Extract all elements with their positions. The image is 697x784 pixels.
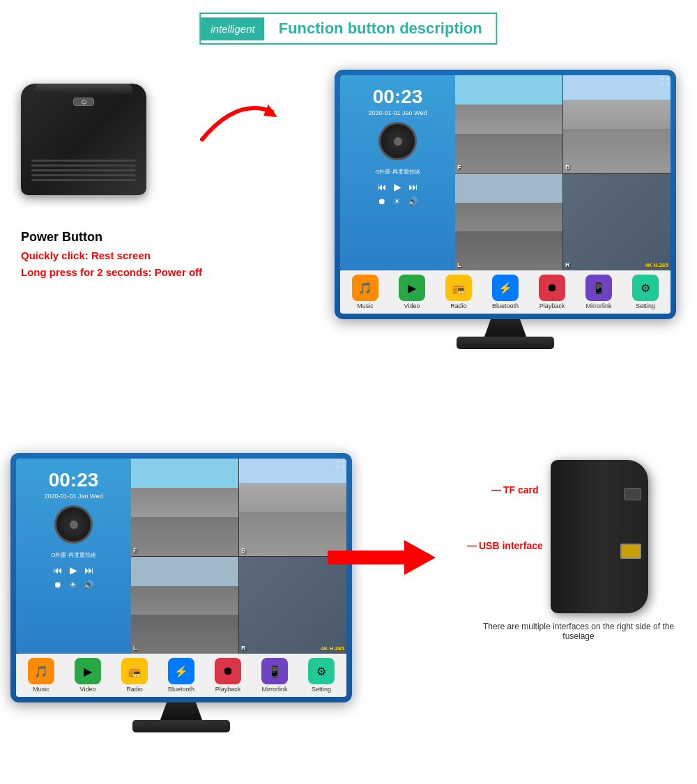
prev-btn-top[interactable]: ⏮ (377, 181, 387, 192)
play-btn-top[interactable]: ▶ (394, 181, 401, 192)
usb-slot (620, 544, 641, 559)
brightness-btn-bottom[interactable]: ☀ (69, 580, 77, 590)
next-btn-bottom[interactable]: ⏭ (84, 564, 94, 576)
app-icon-bluetooth-bottom[interactable]: ⚡ Bluetooth (162, 658, 201, 693)
app-icon-bluetooth-top[interactable]: ⚡ Bluetooth (487, 275, 525, 309)
screen-cameras-top: F B ⛶ L R 4K H.265 (455, 75, 671, 270)
mirrorlink-label-bottom: Mirrorlink (262, 686, 288, 693)
cam-label-L-top: L (457, 261, 461, 268)
app-icons-row-top: 🎵 Music ▶ Video 📻 Radio ⚡ Bluetooth ⏺ (340, 270, 671, 314)
app-icon-video-bottom[interactable]: ▶ Video (69, 658, 107, 693)
header-title: Function button description (265, 14, 496, 43)
monitor-frame-bottom: 00:23 2020-01-01 Jan Wed O外露·再度重拍迷 ⏮ ▶ ⏭… (10, 453, 352, 702)
vent-1 (31, 160, 136, 162)
red-arrow-bottom (328, 537, 439, 578)
radio-label-top: Radio (450, 302, 467, 309)
mirrorlink-icon-bottom: 📱 (261, 658, 288, 684)
cam-label-R-top: R (565, 261, 570, 268)
video-icon-bottom: ▶ (75, 658, 101, 684)
vent-5 (31, 179, 136, 181)
app-icon-setting-top[interactable]: ⚙ Setting (627, 275, 665, 309)
vent-3 (31, 169, 136, 171)
camera-feed-L-top: L (455, 174, 562, 271)
app-icon-playback-bottom[interactable]: ⏺ Playback (209, 658, 247, 693)
cam-label-F-top: F (457, 164, 461, 171)
screen-left-panel-top: 00:23 2020-01-01 Jan Wed O外露·再度重拍迷 ⏮ ▶ ⏭… (340, 75, 455, 270)
power-device-image (21, 84, 160, 223)
radio-icon-top: 📻 (445, 275, 472, 301)
device-body (21, 84, 146, 195)
volume-btn-top[interactable]: 🔊 (408, 197, 418, 206)
camera-feed-R-top: R 4K H.265 (563, 174, 671, 271)
header-banner: intelligent Function button description (199, 13, 497, 45)
camera-feed-B-top: B ⛶ (563, 75, 671, 173)
cam-label-L-bottom: L (133, 645, 137, 652)
app-icon-music-top[interactable]: 🎵 Music (346, 275, 385, 309)
cam-4k-bottom: 4K H.265 (321, 645, 344, 652)
cam-label-B-bottom: B (241, 547, 246, 554)
app-icon-music-bottom[interactable]: 🎵 Music (22, 658, 61, 693)
expand-icon-bottom: ⛶ (337, 461, 344, 468)
prev-btn-bottom[interactable]: ⏮ (53, 564, 63, 576)
radio-icon-bottom: 📻 (121, 658, 148, 684)
app-icon-radio-bottom[interactable]: 📻 Radio (116, 658, 154, 693)
top-section: Power Button Quickly click: Rest screen … (0, 63, 697, 432)
camera-feed-F-top: F (455, 75, 562, 173)
video-label-top: Video (404, 302, 420, 309)
volume-btn-bottom[interactable]: 🔊 (84, 580, 94, 590)
bottom-controls-top: ⏺ ☀ 🔊 (378, 197, 418, 206)
setting-icon-top: ⚙ (632, 275, 659, 301)
app-icons-row-bottom: 🎵 Music ▶ Video 📻 Radio ⚡ Bluetooth ⏺ (16, 654, 346, 697)
monitor-stand-bottom (10, 702, 352, 732)
date-display-top: 2020-01-01 Jan Wed (369, 109, 427, 116)
album-art-top (378, 122, 417, 160)
playback-label-top: Playback (539, 302, 565, 309)
power-desc-quick: Quickly click: Rest screen (21, 249, 151, 261)
usb-interface-label: USB interface (467, 540, 543, 551)
time-display-top: 00:23 (373, 86, 423, 108)
cam-label-R-bottom: R (241, 645, 246, 652)
stand-neck-top (484, 319, 526, 337)
screen-left-panel-bottom: 00:23 2020-01-01 Jan Wed O外露·再度重拍迷 ⏮ ▶ ⏭… (16, 459, 131, 654)
media-controls-bottom: ⏮ ▶ ⏭ (53, 564, 94, 576)
radio-label-bottom: Radio (126, 686, 143, 693)
app-icon-video-top[interactable]: ▶ Video (393, 275, 431, 309)
power-button-label: Power Button (21, 230, 102, 245)
video-icon-top: ▶ (399, 275, 425, 301)
music-label-top: Music (357, 302, 374, 309)
tf-card-label: TF card (491, 484, 539, 495)
cam-label-F-bottom: F (133, 547, 137, 554)
bluetooth-icon-bottom: ⚡ (168, 658, 194, 684)
screen-cameras-bottom: F B ⛶ L R 4K H.265 (131, 459, 346, 654)
setting-label-top: Setting (636, 302, 655, 309)
app-icon-mirrorlink-bottom[interactable]: 📱 Mirrorlink (256, 658, 294, 693)
bluetooth-label-top: Bluetooth (492, 302, 519, 309)
svg-marker-1 (328, 540, 436, 575)
expand-icon-top: ⛶ (661, 77, 668, 85)
app-icon-radio-top[interactable]: 📻 Radio (440, 275, 478, 309)
monitor-frame-top: 00:23 2020-01-01 Jan Wed O外露·再度重拍迷 ⏮ ▶ ⏭… (335, 70, 676, 319)
music-label-bottom: Music (33, 686, 49, 693)
monitor-stand-top (335, 319, 676, 349)
play-btn-bottom[interactable]: ▶ (70, 564, 77, 576)
app-icon-mirrorlink-top[interactable]: 📱 Mirrorlink (580, 275, 618, 309)
record-btn-top[interactable]: ⏺ (378, 197, 386, 206)
bluetooth-label-bottom: Bluetooth (168, 686, 194, 693)
power-btn-visual (73, 98, 94, 106)
brightness-btn-top[interactable]: ☀ (393, 197, 401, 206)
app-icon-playback-top[interactable]: ⏺ Playback (533, 275, 572, 309)
device-right-section: TF card USB interface There are multiple… (537, 460, 676, 613)
app-icon-setting-bottom[interactable]: ⚙ Setting (302, 658, 341, 693)
next-btn-top[interactable]: ⏭ (408, 181, 418, 192)
vent-2 (31, 164, 136, 167)
monitor-screen-top: 00:23 2020-01-01 Jan Wed O外露·再度重拍迷 ⏮ ▶ ⏭… (340, 75, 671, 270)
setting-icon-bottom: ⚙ (308, 658, 335, 684)
bottom-section: 00:23 2020-01-01 Jan Wed O外露·再度重拍迷 ⏮ ▶ ⏭… (0, 446, 697, 781)
bottom-controls-bottom: ⏺ ☀ 🔊 (54, 580, 94, 590)
camera-feed-F-bottom: F (131, 459, 238, 556)
record-btn-bottom[interactable]: ⏺ (54, 580, 62, 590)
date-display-bottom: 2020-01-01 Jan Wed (45, 493, 103, 500)
mirrorlink-label-top: Mirrorlink (586, 302, 612, 309)
album-art-bottom (54, 505, 93, 544)
stand-base-top (457, 337, 554, 349)
